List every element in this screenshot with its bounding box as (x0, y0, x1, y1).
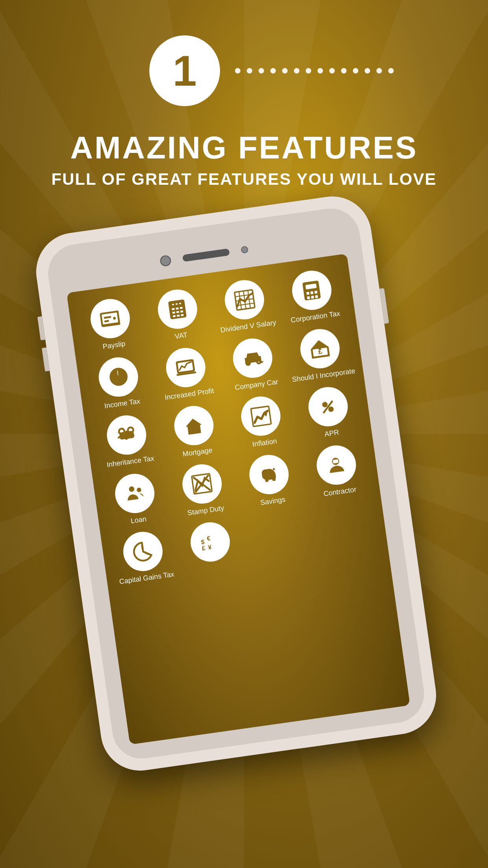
app-item-apr[interactable]: APR (294, 383, 364, 442)
handshake-icon (114, 423, 139, 447)
person-badge-icon (324, 453, 349, 477)
app-item-vat[interactable]: VAT (143, 285, 213, 345)
app-label-income-tax: Income Tax (104, 397, 141, 410)
currency-icon: $ € £ ¥ (198, 530, 222, 554)
main-content: 1 AMAZING FEATURES FULL OF GREAT FEATURE… (0, 0, 488, 763)
phone-top (160, 244, 249, 267)
svg-line-3 (179, 303, 181, 303)
app-icon-dividend (222, 278, 267, 322)
svg-text:¥: ¥ (208, 543, 212, 551)
app-grid: Payslip (66, 254, 390, 600)
app-icon-currency: $ € £ ¥ (188, 520, 232, 565)
app-label-apr: APR (324, 428, 340, 439)
calculator2-icon (299, 278, 324, 302)
svg-rect-7 (172, 311, 175, 313)
dot-7 (306, 68, 311, 74)
svg-text:£: £ (202, 544, 206, 552)
phone-screen: Payslip (66, 254, 410, 745)
pie-chart-icon (131, 539, 155, 564)
app-item-contractor[interactable]: Contractor (302, 441, 372, 500)
phone-outer: Payslip (31, 191, 441, 776)
phone-btn-power (380, 288, 389, 324)
app-icon-contractor (314, 443, 358, 487)
phone-inner: Payslip (44, 205, 428, 762)
dot-11 (353, 68, 358, 74)
dot-13 (376, 68, 382, 74)
wallet-icon (98, 306, 123, 331)
app-icon-apr (306, 384, 350, 429)
app-icon-incorporate: £ (298, 326, 342, 371)
dot-3 (259, 68, 264, 74)
chart-grid-icon (232, 287, 257, 312)
svg-rect-11 (177, 314, 180, 316)
step-number: 1 (172, 49, 196, 92)
svg-rect-4 (172, 308, 174, 310)
app-item-increased-profit[interactable]: Increased Profit (151, 344, 222, 403)
pie-icon (106, 365, 131, 389)
svg-line-1 (172, 304, 174, 305)
phone-mockup: Payslip (67, 212, 421, 763)
app-icon-corp-tax (290, 268, 334, 313)
camera-icon (160, 255, 172, 267)
speaker (182, 248, 230, 262)
dot-10 (341, 68, 347, 74)
app-icon-savings (247, 452, 291, 497)
svg-point-36 (119, 428, 125, 434)
app-item-payslip[interactable]: Payslip (76, 295, 146, 354)
app-label-contractor: Contractor (323, 485, 357, 498)
app-icon-income-tax (96, 355, 141, 399)
house-pound-icon: £ (308, 337, 332, 361)
cross-chart-icon (190, 472, 214, 496)
line-chart-icon (249, 404, 273, 428)
piggy-icon (257, 462, 281, 487)
app-icon-capital-gains (121, 530, 165, 574)
svg-rect-26 (311, 296, 314, 299)
step-circle: 1 (149, 35, 220, 106)
app-item-inflation[interactable]: Inflation (227, 392, 297, 452)
app-item-capital-gains[interactable]: Capital Gains Tax (109, 528, 179, 587)
app-item-inheritance-tax[interactable]: Inheritance Tax (92, 411, 163, 471)
app-label-dividend: Dividend V Salary (220, 318, 277, 335)
app-label-savings: Savings (260, 495, 286, 507)
app-label-mortgage: Mortgage (182, 446, 213, 459)
app-label-increased-profit: Increased Profit (164, 386, 215, 402)
app-item-loan[interactable]: Loan (101, 469, 171, 529)
app-item-mortgage[interactable]: Mortgage (160, 402, 230, 461)
home-icon (182, 414, 206, 438)
svg-rect-51 (333, 459, 339, 463)
dots-row (232, 68, 397, 74)
svg-rect-23 (310, 291, 314, 294)
app-label-company-car: Company Car (234, 377, 279, 392)
dot-14 (388, 68, 394, 74)
app-icon-increased-profit (163, 345, 208, 390)
sub-title: FULL OF GREAT FEATURES YOU WILL LOVE (51, 170, 437, 189)
app-icon-inflation (239, 394, 283, 438)
heading-block: AMAZING FEATURES FULL OF GREAT FEATURES … (51, 130, 437, 189)
svg-rect-9 (180, 310, 183, 312)
app-label-inheritance-tax: Inheritance Tax (106, 454, 155, 469)
app-item-currency[interactable]: $ € £ ¥ (176, 518, 246, 577)
people-icon (123, 481, 147, 506)
svg-point-37 (127, 427, 134, 433)
app-item-income-tax[interactable]: Income Tax (84, 353, 154, 412)
svg-line-2 (176, 304, 178, 304)
app-item-savings[interactable]: Savings (235, 451, 305, 510)
app-item-corp-tax[interactable]: Corporation Tax (277, 267, 348, 326)
svg-rect-12 (181, 314, 183, 316)
app-icon-mortgage (172, 403, 216, 448)
app-item-stamp-duty[interactable]: Stamp Duty (168, 460, 238, 519)
app-icon-vat (155, 287, 200, 331)
dot-8 (317, 68, 323, 74)
app-item-dividend[interactable]: Dividend V Salary (210, 276, 281, 335)
app-item-incorporate[interactable]: £ Should I Incorporate (286, 325, 356, 384)
dot-2 (247, 68, 252, 74)
app-item-company-car[interactable]: Company Car (218, 334, 289, 394)
main-title: AMAZING FEATURES (51, 130, 437, 166)
app-label-loan: Loan (130, 515, 147, 526)
app-label-capital-gains: Capital Gains Tax (119, 570, 174, 587)
dot-5 (282, 68, 288, 74)
laptop-chart-icon (173, 355, 198, 380)
percent-icon (316, 395, 340, 419)
dot-1 (235, 68, 240, 74)
phone-btn-vol-down (42, 348, 50, 371)
